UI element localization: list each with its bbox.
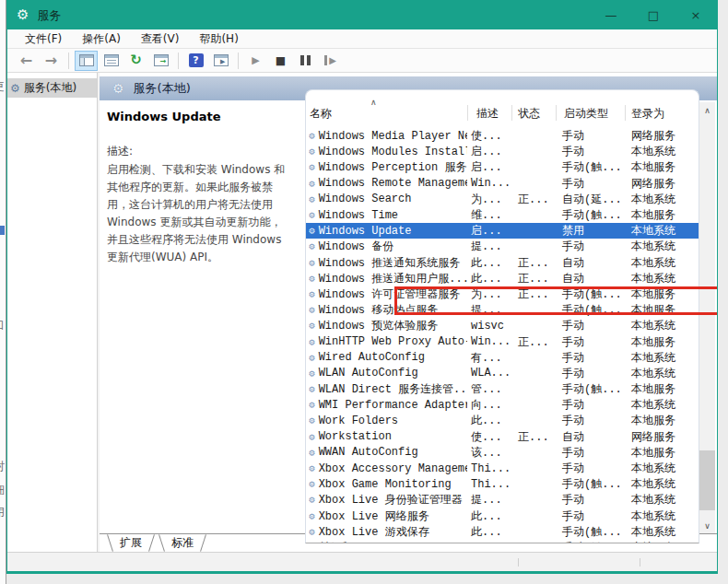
table-row[interactable]: ⚙Windows Update启...禁用本地系统 <box>306 223 699 239</box>
service-startup-type: 自动 <box>556 271 625 286</box>
service-gear-icon: ⚙ <box>309 462 315 474</box>
back-icon: ← <box>20 53 32 68</box>
table-row[interactable]: ⚙WLAN AutoConfigWLA...手动本地系统 <box>306 366 699 381</box>
table-row[interactable]: ⚙Windows 预览体验服务wisvc手动本地系统 <box>306 318 699 333</box>
service-startup-type: 手动(触... <box>556 540 625 543</box>
table-row[interactable]: ⚙Workstation使...正...自动网络服务 <box>306 429 699 445</box>
table-row[interactable]: ⚙WWAN AutoConfig该...手动本地服务 <box>306 445 699 461</box>
service-gear-icon: ⚙ <box>309 193 315 205</box>
forward-button[interactable]: → <box>40 51 63 71</box>
service-gear-icon: ⚙ <box>309 368 315 380</box>
service-name: Windows Perception 服务 <box>319 159 467 175</box>
service-status: 正... <box>511 286 556 302</box>
table-row[interactable]: ⚙Windows Remote Manageme...Win...手动网络服务 <box>306 176 699 192</box>
menu-item-2[interactable]: 查看(V) <box>131 29 190 49</box>
tab-standard[interactable]: 标准 <box>160 534 205 552</box>
title-bar[interactable]: ⚙ 服务 —□× <box>7 1 717 29</box>
table-row[interactable]: ⚙Xbox Accessory Manageme...Thi...手动本地系统 <box>306 461 699 476</box>
service-gear-icon: ⚙ <box>309 510 315 522</box>
table-row[interactable]: ⚙Windows 推送通知系统服务此...正...自动本地系统 <box>306 255 699 271</box>
table-row[interactable]: ⚙Work Folders此...手动本地服务 <box>306 413 699 428</box>
column-header-name[interactable]: 名称 <box>310 106 332 122</box>
service-description: 此... <box>467 271 511 286</box>
scroll-down-icon[interactable]: ∨ <box>699 518 715 533</box>
services-list: 名称 ∧ 描述 状态 启动类型 登录为 ⚙Windows Media Playe… <box>305 89 699 543</box>
service-logon-as: 本地系统 <box>625 476 699 492</box>
service-name: Xbox Live 身份验证管理器 <box>319 492 463 508</box>
column-separator[interactable] <box>625 105 626 121</box>
restart-service-button[interactable]: ▶ <box>319 51 342 71</box>
service-name: WLAN AutoConfig <box>319 367 418 380</box>
back-button[interactable]: ← <box>15 51 38 71</box>
show-extended-pane-button[interactable]: ▶ <box>209 51 232 71</box>
column-header-description[interactable]: 描述 <box>476 106 499 122</box>
column-header-status[interactable]: 状态 <box>518 106 540 122</box>
service-description: Win... <box>467 335 511 348</box>
service-name: Xbox Live 游戏保存 <box>319 524 429 540</box>
service-description: 此... <box>467 508 511 524</box>
service-gear-icon: ⚙ <box>309 288 315 300</box>
table-row[interactable]: ⚙付款和 NFC/SE 管理器管...手动(触...本地服务 <box>306 540 699 543</box>
close-button[interactable]: × <box>675 1 717 29</box>
service-name: Xbox Game Monitoring <box>319 478 452 491</box>
table-row[interactable]: ⚙Windows Search为...正...自动(延...本地系统 <box>306 192 699 207</box>
service-gear-icon: ⚙ <box>309 240 315 252</box>
table-row[interactable]: ⚙Windows 推送通知用户服...此...正...自动本地系统 <box>306 271 699 286</box>
service-gear-icon: ⚙ <box>309 383 315 395</box>
properties-button[interactable] <box>100 51 123 71</box>
service-description: 提... <box>467 492 511 508</box>
column-separator[interactable] <box>511 105 512 121</box>
service-description: 启... <box>467 159 511 175</box>
table-row[interactable]: ⚙Windows Time维...手动(触...本地服务 <box>306 207 699 223</box>
background-text-fragment: 更 <box>0 79 6 95</box>
table-row[interactable]: ⚙Xbox Game MonitoringThi...手动(触...本地系统 <box>306 476 699 492</box>
column-separator[interactable] <box>467 105 468 121</box>
show-console-tree-button[interactable] <box>75 51 98 71</box>
menu-item-0[interactable]: 文件(F) <box>15 29 72 49</box>
minimize-button[interactable]: — <box>590 1 632 29</box>
tab-extended[interactable]: 扩展 <box>109 534 153 552</box>
table-row[interactable]: ⚙Windows 备份提...手动本地系统 <box>306 239 699 254</box>
service-name: WMI Performance Adapter <box>319 399 467 412</box>
services-window: ⚙ 服务 —□× 文件(F)操作(A)查看(V)帮助(H) ←→↻→?▶▶■▶ … <box>6 0 718 574</box>
maximize-button[interactable]: □ <box>632 1 675 29</box>
service-startup-type: 手动 <box>556 350 625 366</box>
column-header-logon-as[interactable]: 登录为 <box>631 106 664 122</box>
background-window-sliver: 更口对细用 <box>0 0 6 584</box>
pause-icon <box>300 55 311 65</box>
table-row[interactable]: ⚙Xbox Live 身份验证管理器提...手动本地系统 <box>306 492 699 508</box>
service-description: 管... <box>467 381 511 397</box>
pause-service-button[interactable] <box>294 51 317 71</box>
column-header-startup-type[interactable]: 启动类型 <box>564 106 608 122</box>
restart-icon: ▶ <box>324 55 336 65</box>
tree-item-services-local[interactable]: ⚙ 服务(本地) <box>7 78 97 98</box>
refresh-button[interactable]: ↻ <box>124 51 147 71</box>
scrollbar-thumb[interactable] <box>699 450 715 510</box>
table-row[interactable]: ⚙WLAN Direct 服务连接管...管...手动(触...本地服务 <box>306 381 699 397</box>
description-label: 描述: <box>107 144 291 159</box>
stop-service-button[interactable]: ■ <box>269 51 292 71</box>
service-name: Xbox Live 网络服务 <box>319 508 429 524</box>
table-row[interactable]: ⚙WMI Performance Adapter向...手动本地系统 <box>306 397 699 413</box>
services-gear-icon: ⚙ <box>17 8 29 22</box>
table-row[interactable]: ⚙Xbox Live 游戏保存此...手动(触...本地系统 <box>306 524 699 540</box>
table-row[interactable]: ⚙Windows 移动热点服务提...手动(触...本地服务 <box>306 302 699 318</box>
service-logon-as: 本地服务 <box>625 381 699 397</box>
export-list-button[interactable]: → <box>149 51 172 71</box>
start-service-button[interactable]: ▶ <box>244 51 267 71</box>
vertical-scrollbar[interactable]: ∧ ∨ <box>699 102 715 533</box>
service-name: Windows 移动热点服务 <box>319 302 439 318</box>
table-row[interactable]: ⚙Windows 许可证管理器服务为...正...手动(触...本地服务 <box>306 286 699 302</box>
table-row[interactable]: ⚙Wired AutoConfig有...手动本地系统 <box>306 350 699 366</box>
service-description: 启... <box>467 223 511 239</box>
menu-item-1[interactable]: 操作(A) <box>72 29 131 49</box>
help-button[interactable]: ? <box>184 51 207 71</box>
menu-item-3[interactable]: 帮助(H) <box>189 29 248 49</box>
table-row[interactable]: ⚙WinHTTP Web Proxy Auto-...Win...正...手动本… <box>306 333 699 349</box>
scroll-up-icon[interactable]: ∧ <box>699 102 715 118</box>
table-row[interactable]: ⚙Windows Media Player Ne...使...手动网络服务 <box>306 128 699 144</box>
table-row[interactable]: ⚙Windows Perception 服务启...手动(触...本地服务 <box>306 159 699 175</box>
table-row[interactable]: ⚙Windows Modules Installer启...手动本地系统 <box>306 144 699 159</box>
column-separator[interactable] <box>556 105 557 121</box>
table-row[interactable]: ⚙Xbox Live 网络服务此...手动本地系统 <box>306 508 699 524</box>
